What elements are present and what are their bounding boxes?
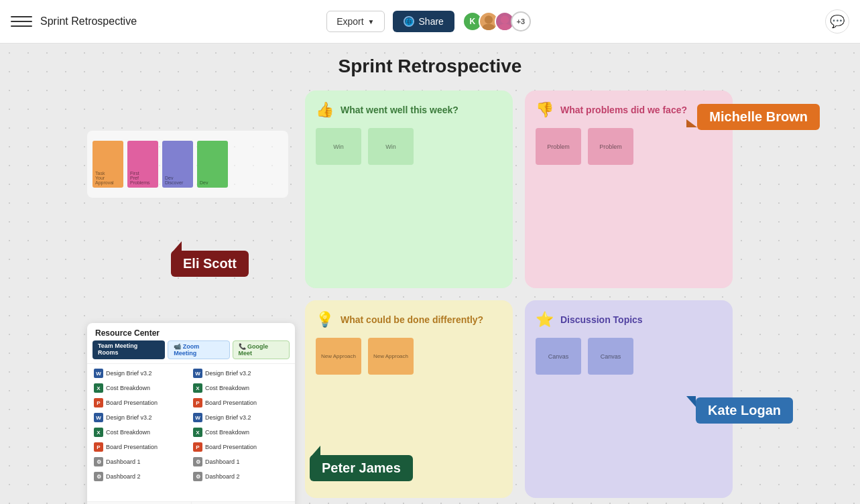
ppt-icon: P — [193, 398, 202, 407]
ppt-icon: P — [193, 442, 202, 452]
share-button[interactable]: 🌐 Share — [393, 11, 454, 32]
lightbulb-icon: 💡 — [316, 311, 334, 328]
sticky-note[interactable]: Canvas — [536, 338, 581, 375]
resource-center-panel: Resource Center Team Meeting Rooms 📹 Zoo… — [87, 323, 295, 504]
resource-center-title: Resource Center — [87, 323, 295, 340]
dash-icon: ⚙ — [94, 472, 103, 481]
globe-icon: 🌐 — [404, 16, 414, 27]
word-icon: W — [193, 369, 202, 378]
ppt-icon: P — [94, 398, 103, 407]
list-item: WDesign Brief v3.2 — [93, 367, 190, 380]
sticky-notes-area: Win Win — [316, 128, 502, 165]
dash-icon: ⚙ — [193, 472, 202, 481]
sticky-note[interactable]: Problem — [536, 128, 581, 165]
share-label: Share — [419, 16, 444, 27]
sticky-notes-area: Problem Problem — [536, 128, 722, 165]
chat-icon: 💬 — [830, 14, 845, 29]
export-label: Export — [336, 16, 363, 27]
excel-icon: X — [193, 383, 202, 393]
svg-point-3 — [498, 23, 511, 32]
file-list: WDesign Brief v3.2 WDesign Brief v3.2 XC… — [87, 364, 295, 486]
sticky-notes-area: Canvas Canvas — [536, 338, 722, 375]
ppt-icon: P — [94, 442, 103, 452]
card-header: ⭐ Discussion Topics — [536, 311, 722, 328]
list-item: XCost Breakdown — [93, 381, 190, 395]
list-item: XCost Breakdown — [93, 426, 190, 439]
word-icon: W — [94, 413, 103, 422]
list-item: WDesign Brief v3.2 — [192, 411, 290, 424]
svg-point-0 — [485, 15, 493, 23]
cursor-name-peter: Peter James — [310, 455, 413, 481]
list-item: XCost Breakdown — [192, 381, 290, 395]
resource-links: CTRL+CLICK Link to this week's retro mee… — [87, 501, 295, 504]
page-title: Sprint Retrospective — [339, 56, 522, 77]
board-title: Sprint Retrospective — [40, 15, 318, 27]
card-title: Discussion Topics — [560, 314, 643, 325]
sticky-note[interactable]: Canvas — [588, 338, 633, 375]
word-icon: W — [94, 369, 103, 378]
list-item: DevDiscover — [162, 141, 193, 188]
avatar-count: +3 — [511, 11, 531, 32]
thumbs-down-icon: 👎 — [536, 101, 554, 119]
excel-icon: X — [94, 428, 103, 437]
word-icon: W — [193, 413, 202, 422]
cursor-name-eli: Eli Scott — [171, 251, 249, 277]
sticky-notes-area: New Approach New Approach — [316, 338, 502, 375]
cursor-name-kate: Kate Logan — [696, 397, 793, 424]
retro-card-went-well: 👍 What went well this week? Win Win — [305, 90, 513, 288]
list-item: PBoard Presentation — [93, 396, 190, 410]
canvas-area: Sprint Retrospective TaskYour Approval F… — [0, 44, 860, 504]
cursor-kate: Kate Logan — [686, 391, 793, 424]
svg-point-2 — [501, 15, 509, 23]
dash-icon: ⚙ — [94, 457, 103, 466]
tab-team-meeting[interactable]: Team Meeting Rooms — [93, 340, 165, 359]
cursor-peter: Peter James — [310, 446, 413, 481]
sticky-note[interactable]: New Approach — [316, 338, 361, 375]
list-item: ⚙Dashboard 1 — [93, 455, 190, 468]
list-item: ⚙Dashboard 2 — [192, 470, 290, 483]
thumbs-up-icon: 👍 — [316, 101, 334, 119]
excel-icon: X — [94, 383, 103, 393]
collaborators-avatars: K +3 — [463, 11, 531, 32]
list-item: XCost Breakdown — [192, 426, 290, 439]
svg-point-1 — [482, 23, 495, 32]
card-header: 💡 What could be done differently? — [316, 311, 502, 328]
cursor-michelle: Michelle Brown — [686, 104, 820, 130]
resource-tabs: Team Meeting Rooms 📹 Zoom Meeting 📞 Goog… — [87, 340, 295, 364]
tab-zoom[interactable]: 📹 Zoom Meeting — [168, 340, 229, 359]
cursor-arrow-kate — [686, 396, 696, 407]
card-title: What problems did we face? — [560, 105, 687, 115]
list-item: WDesign Brief v3.2 — [93, 411, 190, 424]
list-item: PBoard Presentation — [93, 440, 190, 454]
export-chevron-icon: ▼ — [368, 18, 375, 25]
menu-button[interactable] — [11, 11, 32, 32]
excel-icon: X — [193, 428, 202, 437]
chat-button[interactable]: 💬 — [825, 9, 849, 34]
list-item: PBoard Presentation — [192, 396, 290, 410]
list-item: ⚙Dashboard 2 — [93, 470, 190, 483]
cursor-eli: Eli Scott — [171, 241, 249, 277]
retro-grid: 👍 What went well this week? Win Win 👎 Wh… — [305, 90, 733, 498]
cursor-name-michelle: Michelle Brown — [697, 104, 820, 130]
card-header: 👍 What went well this week? — [316, 101, 502, 119]
cursor-arrow-michelle — [686, 119, 697, 127]
dash-icon: ⚙ — [193, 457, 202, 466]
list-item: FirstPrefProblems — [127, 141, 158, 188]
list-item: TaskYour Approval — [93, 141, 123, 188]
sticky-note[interactable]: Problem — [588, 128, 633, 165]
topbar: Sprint Retrospective Export ▼ 🌐 Share K … — [0, 0, 860, 44]
tab-gmeet[interactable]: 📞 Google Meet — [233, 340, 290, 359]
sticky-note[interactable]: Win — [368, 128, 414, 165]
left-stickies-panel: TaskYour Approval FirstPrefProblems DevD… — [87, 131, 288, 198]
star-icon: ⭐ — [536, 311, 554, 328]
sticky-note[interactable]: New Approach — [368, 338, 414, 375]
list-item: Dev — [197, 141, 228, 188]
list-item: WDesign Brief v3.2 — [192, 367, 290, 380]
sticky-note[interactable]: Win — [316, 128, 361, 165]
list-item: PBoard Presentation — [192, 440, 290, 454]
card-title: What went well this week? — [341, 105, 458, 115]
card-title: What could be done differently? — [341, 314, 483, 325]
list-item: ⚙Dashboard 1 — [192, 455, 290, 468]
export-button[interactable]: Export ▼ — [326, 11, 384, 32]
